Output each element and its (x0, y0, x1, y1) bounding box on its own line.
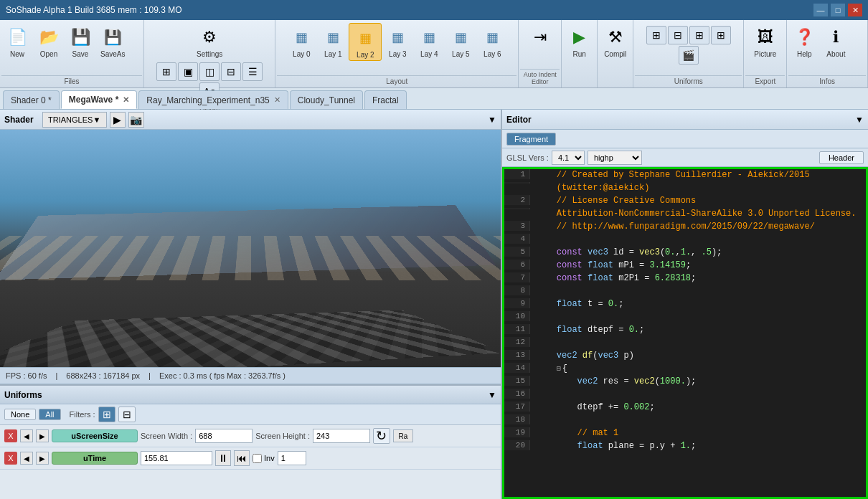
divers-icon-1[interactable]: ⊞ (156, 62, 176, 81)
about-button[interactable]: About (820, 23, 852, 60)
shader-play-btn[interactable]: ▶ (110, 112, 126, 128)
tab-megawave-close[interactable]: ✕ (123, 95, 129, 105)
autoindent-group-label: Auto IndentEditor (520, 69, 560, 87)
tab-ray-label: Ray_Marching_Experiment_n35 (146, 95, 269, 105)
lay5-button[interactable]: Lay 5 (445, 23, 476, 60)
res-stat: 688x243 : 167184 px (66, 371, 140, 380)
code-line-13: 13 vec2 df(vec3 p) (504, 350, 866, 363)
autoindent-button[interactable] (524, 23, 556, 50)
editor-panel-header: Editor ▼ (502, 110, 868, 130)
uniforms-dropdown[interactable]: ▼ (488, 390, 496, 400)
header-button[interactable]: Header (819, 151, 864, 164)
tab-shader0[interactable]: Shader 0 * (3, 90, 60, 109)
uni-input-time[interactable] (141, 451, 212, 465)
settings-icon (198, 26, 221, 49)
lay2-button[interactable]: Lay 2 (349, 23, 382, 61)
shader-dropdown[interactable]: ▼ (488, 115, 496, 125)
shader-label: Shader (4, 115, 34, 125)
run-icon (568, 26, 591, 49)
titlebar: SoShade Alpha 1 Build 3685 mem : 109.3 M… (0, 0, 868, 20)
uni-arr-right-screensize[interactable]: ▶ (36, 429, 49, 442)
code-line-14: 14 ⊟{ (504, 363, 866, 376)
glsl-precision-select[interactable]: highp mediump lowp (588, 151, 642, 165)
uni-label-w: Screen Width : (141, 432, 192, 440)
shader-mode-value: TRIANGLES (48, 115, 93, 124)
files-group-label: Files (1, 75, 142, 87)
canvas-area (0, 130, 501, 367)
uni-icon-3[interactable]: ⊞ (689, 26, 709, 44)
shader-mode-select[interactable]: TRIANGLES ▼ (42, 112, 107, 128)
glsl-vers-label: GLSL Vers : (506, 153, 549, 162)
uni-play-button[interactable]: ⏸ (215, 450, 231, 466)
lay2-label: Lay 2 (357, 51, 374, 59)
layout-group: Lay 0 Lay 1 Lay 2 Lay 3 Lay 4 Lay 5 Lay … (275, 20, 519, 87)
code-editor[interactable]: 1 // Created by Stephane Cuillerdier - A… (502, 167, 868, 499)
tab-fractal[interactable]: Fractal (364, 90, 407, 109)
save-button[interactable]: Save (65, 23, 96, 60)
run-button[interactable]: Run (564, 23, 595, 60)
filter-clock-button[interactable]: ⊟ (118, 407, 136, 422)
settings-button[interactable]: Settings (192, 23, 227, 60)
uni-name-screensize: uScreenSize (52, 429, 138, 442)
none-button[interactable]: None (4, 409, 36, 420)
code-line-15: 15 vec2 res = vec2(1000.); (504, 376, 866, 389)
maximize-button[interactable]: □ (831, 4, 845, 16)
uni-arr-left-utime[interactable]: ◀ (20, 452, 33, 465)
uni-input-w[interactable] (195, 429, 253, 443)
uni-remove-screensize[interactable]: X (4, 429, 17, 442)
divers-icon-4[interactable]: ⊟ (221, 62, 241, 81)
shader-preview (0, 130, 501, 367)
divers-icon-2[interactable]: ▣ (178, 62, 198, 81)
divers-icon-5[interactable]: ☰ (242, 62, 263, 81)
editor-dropdown[interactable]: ▼ (855, 115, 864, 125)
uni-remove-utime[interactable]: X (4, 452, 17, 465)
glsl-vers-select[interactable]: 4.1 3.3 1.5 (552, 151, 585, 165)
tab-megawave[interactable]: MegaWave * ✕ (61, 90, 138, 109)
fragment-tab-button[interactable]: Fragment (506, 133, 556, 146)
uni-rewind-button[interactable]: ⏮ (234, 450, 250, 466)
uni-arr-right-utime[interactable]: ▶ (36, 452, 49, 465)
picture-button[interactable]: Picture (750, 23, 781, 60)
code-line-6: 6 const float mPi = 3.14159; (504, 260, 866, 272)
uni-inv-checkbox[interactable] (253, 454, 262, 463)
lay3-icon (386, 26, 409, 49)
lay6-button[interactable]: Lay 6 (476, 23, 508, 60)
help-button[interactable]: Help (788, 23, 820, 60)
lay3-button[interactable]: Lay 3 (382, 23, 413, 60)
uni-arr-left-screensize[interactable]: ◀ (20, 429, 33, 442)
new-button[interactable]: New (1, 23, 33, 60)
filter-grid-button[interactable]: ⊞ (98, 407, 115, 422)
uni-icon-4[interactable]: ⊞ (711, 26, 731, 44)
fold-icon-14[interactable]: ⊟ (557, 365, 561, 373)
uni-inv-value[interactable] (278, 451, 306, 465)
help-icon (793, 26, 816, 49)
tab-ray[interactable]: Ray_Marching_Experiment_n35 ✕ (138, 90, 288, 109)
close-button[interactable]: ✕ (848, 4, 862, 16)
lay1-button[interactable]: Lay 1 (317, 23, 349, 60)
open-button[interactable]: Open (33, 23, 65, 60)
uni-icon-2[interactable]: ⊟ (668, 26, 688, 44)
all-button[interactable]: All (39, 409, 60, 420)
lay0-button[interactable]: Lay 0 (286, 23, 317, 60)
help-label: Help (797, 50, 812, 58)
uni-rand-button[interactable]: Ra (393, 429, 413, 442)
tab-ray-close[interactable]: ✕ (274, 95, 280, 105)
saveas-button[interactable]: SaveAs (96, 23, 129, 60)
tab-cloudy[interactable]: Cloudy_Tunnel (290, 90, 363, 109)
uni-refresh-button[interactable]: ↻ (373, 428, 390, 444)
code-line-8: 8 (504, 285, 866, 298)
divers-icon-3[interactable]: ◫ (199, 62, 220, 81)
uni-icon-5[interactable]: 🎬 (679, 46, 699, 65)
tabs-bar: Shader 0 * MegaWave * ✕ Ray_Marching_Exp… (0, 88, 868, 110)
shader-snap-btn[interactable]: 📷 (128, 112, 144, 128)
uni-input-h[interactable] (313, 429, 370, 443)
uni-icon-1[interactable]: ⊞ (646, 26, 666, 44)
minimize-button[interactable]: — (813, 4, 828, 16)
run-group: Run (562, 20, 598, 87)
editor-label: Editor (506, 115, 532, 125)
code-line-7: 7 const float m2Pi = 6.28318; (504, 272, 866, 285)
lay4-button[interactable]: Lay 4 (413, 23, 445, 60)
lay0-icon (290, 26, 313, 49)
compil-button[interactable]: Compil (600, 23, 631, 60)
uniforms-panel-label: Uniforms (4, 390, 42, 400)
